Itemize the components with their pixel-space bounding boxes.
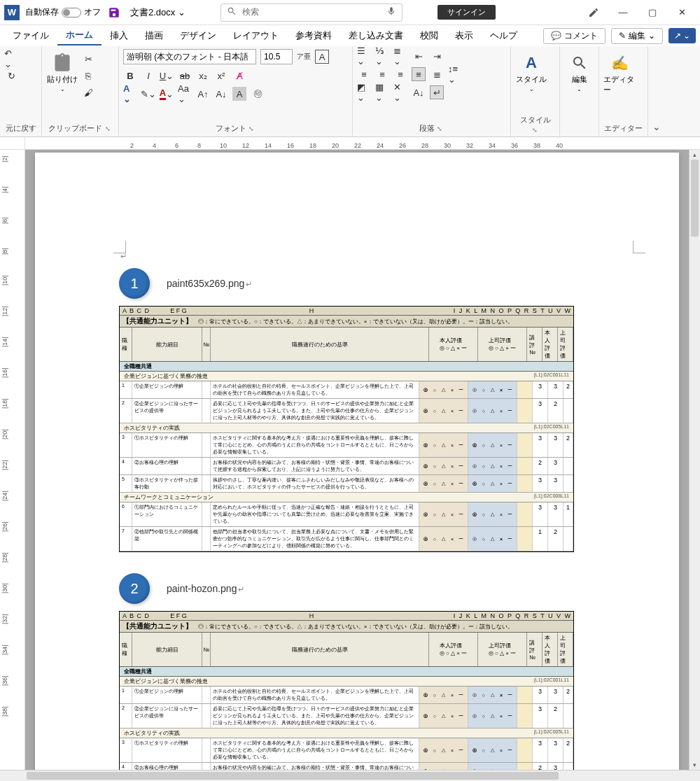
align-left-button[interactable]: ≡ [357,67,371,81]
font-color-button[interactable]: A ⌄ [160,87,174,101]
vertical-scrollbar[interactable]: ▴ ▾ [689,150,700,770]
multilevel-button[interactable]: ≣ ⌄ [393,49,407,63]
font-group-label: フォント [216,124,246,132]
shrink-font-button[interactable]: A↓ [214,87,228,101]
borders-button[interactable]: ▦ ⌄ [375,85,389,99]
shading-button[interactable]: ◩ ⌄ [357,85,371,99]
horizontal-scrollbar[interactable] [0,770,700,781]
word-app-icon: W [4,5,20,20]
autosave-toggle[interactable]: 自動保存 オフ [25,6,101,18]
tab-design[interactable]: デザイン [172,27,225,45]
save-icon[interactable] [108,6,120,19]
margin-mark-tl [113,241,126,253]
horizontal-ruler[interactable]: 246810121416182022242628303234363840 [25,137,700,149]
numbering-button[interactable]: ⅓ ⌄ [375,49,389,63]
number-badge: 2 [119,573,150,604]
font-size-select[interactable] [260,49,293,64]
find-icon [570,53,589,73]
editor-icon: ✍ [610,53,629,73]
search-input[interactable]: 検索 [220,3,402,22]
sort-button[interactable]: A↓ [412,85,426,99]
asian-layout-button[interactable]: ✕ ⌄ [393,85,407,99]
clipboard-launcher[interactable]: ⤡ [105,125,111,132]
editing-button[interactable]: 編集⌄ [564,49,594,124]
char-shading-button[interactable]: A [232,87,246,101]
subscript-button[interactable]: x₂ [196,69,210,83]
align-right-button[interactable]: ≡ [393,67,407,81]
undo-button[interactable]: ↶ ⌄ [4,52,18,66]
image-caption: paint-hozon.png [167,583,244,594]
pen-icon[interactable] [580,2,608,23]
scroll-thumb-v[interactable] [691,160,699,237]
edit-mode-button[interactable]: ✎ 編集 ⌄ [611,28,663,44]
grow-font-button[interactable]: A↑ [196,87,210,101]
increase-indent-button[interactable]: ⇥ [430,49,444,63]
embedded-image[interactable]: A B C DE F GHI J K L M N O P Q R S T U V… [119,611,574,770]
bold-button[interactable]: B [123,69,137,83]
justify-button[interactable]: ≡ [412,67,426,81]
editor-button[interactable]: ✍ エディター [603,49,636,122]
align-center-button[interactable]: ≡ [375,67,389,81]
bullets-button[interactable]: ☰ ⌄ [357,49,371,63]
superscript-button[interactable]: x² [214,69,228,83]
tab-home[interactable]: ホーム [57,26,102,45]
text-effects-button[interactable]: A ⌄ [123,87,137,101]
document-filename[interactable]: 文書2.docx ⌄ [130,6,186,19]
decrease-indent-button[interactable]: ⇤ [412,49,426,63]
tab-mailings[interactable]: 差し込み文書 [340,27,412,45]
vertical-ruler[interactable]: |2||4||6||8||10||12||14||16||18||20||22|… [0,150,25,770]
tab-insert[interactable]: 挿入 [102,27,136,45]
styles-group-label: スタイル [520,115,551,124]
tab-layout[interactable]: レイアウト [225,27,287,45]
maximize-button[interactable]: ▢ [638,2,666,23]
close-button[interactable]: ✕ [668,2,696,23]
scroll-down-button[interactable]: ▾ [690,760,700,770]
phonetic-guide-button[interactable]: ア亜 [297,50,311,64]
scroll-up-button[interactable]: ▴ [690,150,700,160]
show-marks-button[interactable]: ↵ [430,85,444,99]
clear-format-button[interactable]: A̸ [232,69,246,83]
image-caption: paint635x269.png [167,278,252,289]
tab-references[interactable]: 参考資料 [287,27,340,45]
document-canvas[interactable]: 1paint635x269.pngA B C DE F GHI J K L M … [25,150,689,770]
tab-draw[interactable]: 描画 [136,27,172,45]
tab-review[interactable]: 校閲 [412,27,447,45]
scroll-thumb-h[interactable] [27,772,559,780]
copy-button[interactable]: ⎘ [81,69,95,83]
caption-row: 2paint-hozon.png [119,573,595,604]
styles-icon: A [522,53,541,73]
tab-view[interactable]: 表示 [447,27,482,45]
distributed-button[interactable]: ≣ [430,67,444,81]
minimize-button[interactable]: — [609,2,637,23]
styles-button[interactable]: A スタイル⌄ [515,49,547,113]
italic-button[interactable]: I [141,69,155,83]
font-name-select[interactable] [123,49,256,64]
strikethrough-button[interactable]: ab [178,69,192,83]
paragraph-launcher[interactable]: ⤡ [437,125,442,132]
clipboard-group-label: クリップボード [48,124,102,132]
char-border-button[interactable]: A [315,50,329,64]
embedded-image[interactable]: A B C DE F GHI J K L M N O P Q R S T U V… [119,306,574,552]
ruler-corner [0,137,25,149]
underline-button[interactable]: U ⌄ [160,69,174,83]
tab-help[interactable]: ヘルプ [482,27,526,45]
format-painter-button[interactable]: 🖌 [81,85,95,99]
comment-button[interactable]: 💬 コメント [543,28,606,44]
enclose-char-button[interactable]: ㊞ [251,87,265,101]
collapse-ribbon-button[interactable]: ⌄ [648,46,665,136]
sign-in-button[interactable]: サインイン [438,5,496,20]
line-spacing-button[interactable]: ↕≡ ⌄ [448,67,462,81]
redo-button[interactable]: ↻ [4,69,18,83]
page: 1paint635x269.pngA B C DE F GHI J K L M … [35,153,679,770]
font-launcher[interactable]: ⤡ [248,125,254,132]
paste-icon [52,53,72,73]
change-case-button[interactable]: Aa ⌄ [178,87,192,101]
share-button[interactable]: ↗ ⌄ [668,28,696,43]
search-icon [227,6,237,18]
paste-button[interactable]: 貼り付け⌄ [46,49,78,122]
microphone-icon[interactable] [386,6,396,18]
cut-button[interactable]: ✂ [81,52,95,66]
tab-file[interactable]: ファイル [4,27,57,45]
highlight-button[interactable]: ✎ ⌄ [141,87,155,101]
styles-launcher[interactable]: ⤡ [532,127,538,134]
